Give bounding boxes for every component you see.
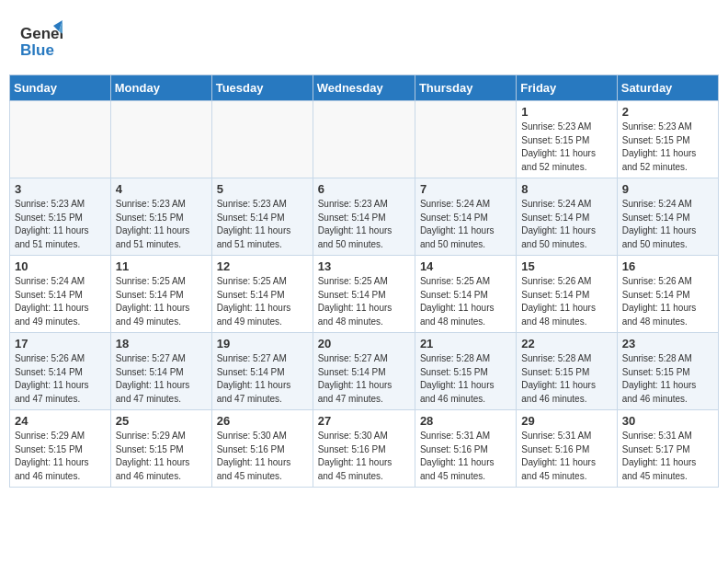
- day-number: 5: [217, 182, 308, 196]
- calendar-cell: 17Sunrise: 5:26 AM Sunset: 5:14 PM Dayli…: [10, 333, 111, 410]
- day-number: 20: [318, 337, 410, 350]
- day-info: Sunrise: 5:27 AM Sunset: 5:14 PM Dayligh…: [116, 352, 207, 406]
- day-number: 21: [420, 337, 511, 350]
- calendar-cell: 13Sunrise: 5:25 AM Sunset: 5:14 PM Dayli…: [313, 256, 415, 333]
- day-info: Sunrise: 5:29 AM Sunset: 5:15 PM Dayligh…: [15, 430, 106, 483]
- calendar-cell: 28Sunrise: 5:31 AM Sunset: 5:16 PM Dayli…: [415, 410, 516, 488]
- page-header: General Blue: [9, 9, 719, 67]
- calendar-cell: 21Sunrise: 5:28 AM Sunset: 5:15 PM Dayli…: [415, 333, 516, 410]
- calendar-cell: 20Sunrise: 5:27 AM Sunset: 5:14 PM Dayli…: [313, 333, 415, 410]
- day-info: Sunrise: 5:31 AM Sunset: 5:17 PM Dayligh…: [622, 430, 713, 483]
- day-info: Sunrise: 5:23 AM Sunset: 5:15 PM Dayligh…: [15, 198, 106, 251]
- logo: General Blue: [18, 18, 66, 63]
- calendar-cell: 3Sunrise: 5:23 AM Sunset: 5:15 PM Daylig…: [10, 178, 111, 256]
- calendar-cell: 9Sunrise: 5:24 AM Sunset: 5:14 PM Daylig…: [617, 178, 718, 256]
- day-info: Sunrise: 5:26 AM Sunset: 5:14 PM Dayligh…: [622, 275, 713, 328]
- weekday-header-row: SundayMondayTuesdayWednesdayThursdayFrid…: [10, 75, 719, 101]
- calendar-cell: 30Sunrise: 5:31 AM Sunset: 5:17 PM Dayli…: [617, 410, 718, 488]
- calendar-cell: 29Sunrise: 5:31 AM Sunset: 5:16 PM Dayli…: [517, 410, 617, 488]
- calendar-cell: 1Sunrise: 5:23 AM Sunset: 5:15 PM Daylig…: [517, 101, 617, 178]
- day-number: 26: [217, 414, 308, 428]
- day-number: 2: [622, 105, 713, 119]
- weekday-header-sunday: Sunday: [10, 75, 111, 101]
- day-number: 12: [217, 259, 308, 273]
- calendar-cell: 15Sunrise: 5:26 AM Sunset: 5:14 PM Dayli…: [517, 256, 617, 333]
- day-number: 10: [15, 259, 106, 273]
- day-info: Sunrise: 5:24 AM Sunset: 5:14 PM Dayligh…: [521, 198, 611, 251]
- week-row-4: 17Sunrise: 5:26 AM Sunset: 5:14 PM Dayli…: [10, 333, 719, 410]
- calendar-cell: 11Sunrise: 5:25 AM Sunset: 5:14 PM Dayli…: [110, 256, 211, 333]
- calendar-cell: [415, 101, 516, 178]
- day-number: 4: [116, 182, 207, 196]
- day-info: Sunrise: 5:30 AM Sunset: 5:16 PM Dayligh…: [217, 430, 308, 483]
- calendar-cell: 25Sunrise: 5:29 AM Sunset: 5:15 PM Dayli…: [110, 410, 211, 488]
- week-row-1: 1Sunrise: 5:23 AM Sunset: 5:15 PM Daylig…: [10, 101, 719, 178]
- day-number: 22: [521, 337, 611, 350]
- weekday-header-saturday: Saturday: [617, 75, 718, 101]
- day-info: Sunrise: 5:23 AM Sunset: 5:15 PM Dayligh…: [521, 121, 611, 174]
- day-info: Sunrise: 5:25 AM Sunset: 5:14 PM Dayligh…: [420, 275, 511, 328]
- calendar-cell: 27Sunrise: 5:30 AM Sunset: 5:16 PM Dayli…: [313, 410, 415, 488]
- day-info: Sunrise: 5:30 AM Sunset: 5:16 PM Dayligh…: [318, 430, 410, 483]
- weekday-header-thursday: Thursday: [415, 75, 516, 101]
- calendar-cell: 22Sunrise: 5:28 AM Sunset: 5:15 PM Dayli…: [517, 333, 617, 410]
- calendar-table: SundayMondayTuesdayWednesdayThursdayFrid…: [9, 75, 719, 488]
- day-info: Sunrise: 5:28 AM Sunset: 5:15 PM Dayligh…: [622, 352, 713, 406]
- calendar-cell: 4Sunrise: 5:23 AM Sunset: 5:15 PM Daylig…: [110, 178, 211, 256]
- calendar-cell: [10, 101, 111, 178]
- week-row-2: 3Sunrise: 5:23 AM Sunset: 5:15 PM Daylig…: [10, 178, 719, 256]
- day-info: Sunrise: 5:25 AM Sunset: 5:14 PM Dayligh…: [217, 275, 308, 328]
- day-number: 29: [521, 414, 611, 428]
- calendar-cell: 14Sunrise: 5:25 AM Sunset: 5:14 PM Dayli…: [415, 256, 516, 333]
- day-info: Sunrise: 5:24 AM Sunset: 5:14 PM Dayligh…: [420, 198, 511, 251]
- day-number: 1: [521, 105, 611, 119]
- calendar-cell: 16Sunrise: 5:26 AM Sunset: 5:14 PM Dayli…: [617, 256, 718, 333]
- calendar-cell: 2Sunrise: 5:23 AM Sunset: 5:15 PM Daylig…: [617, 101, 718, 178]
- day-number: 14: [420, 259, 511, 273]
- calendar-cell: 26Sunrise: 5:30 AM Sunset: 5:16 PM Dayli…: [211, 410, 313, 488]
- day-number: 7: [420, 182, 511, 196]
- calendar-cell: 10Sunrise: 5:24 AM Sunset: 5:14 PM Dayli…: [10, 256, 111, 333]
- day-number: 18: [116, 337, 207, 350]
- day-number: 25: [116, 414, 207, 428]
- day-number: 3: [15, 182, 106, 196]
- week-row-5: 24Sunrise: 5:29 AM Sunset: 5:15 PM Dayli…: [10, 410, 719, 488]
- calendar-cell: 7Sunrise: 5:24 AM Sunset: 5:14 PM Daylig…: [415, 178, 516, 256]
- day-info: Sunrise: 5:24 AM Sunset: 5:14 PM Dayligh…: [15, 275, 106, 328]
- day-info: Sunrise: 5:31 AM Sunset: 5:16 PM Dayligh…: [420, 430, 511, 483]
- day-number: 9: [622, 182, 713, 196]
- day-number: 15: [521, 259, 611, 273]
- day-info: Sunrise: 5:28 AM Sunset: 5:15 PM Dayligh…: [420, 352, 511, 406]
- day-info: Sunrise: 5:25 AM Sunset: 5:14 PM Dayligh…: [116, 275, 207, 328]
- calendar-cell: 6Sunrise: 5:23 AM Sunset: 5:14 PM Daylig…: [313, 178, 415, 256]
- calendar-cell: 12Sunrise: 5:25 AM Sunset: 5:14 PM Dayli…: [211, 256, 313, 333]
- calendar-cell: 18Sunrise: 5:27 AM Sunset: 5:14 PM Dayli…: [110, 333, 211, 410]
- calendar-cell: 23Sunrise: 5:28 AM Sunset: 5:15 PM Dayli…: [617, 333, 718, 410]
- day-info: Sunrise: 5:23 AM Sunset: 5:15 PM Dayligh…: [116, 198, 207, 251]
- day-info: Sunrise: 5:29 AM Sunset: 5:15 PM Dayligh…: [116, 430, 207, 483]
- day-number: 6: [318, 182, 410, 196]
- day-info: Sunrise: 5:23 AM Sunset: 5:14 PM Dayligh…: [318, 198, 410, 251]
- weekday-header-wednesday: Wednesday: [313, 75, 415, 101]
- day-info: Sunrise: 5:25 AM Sunset: 5:14 PM Dayligh…: [318, 275, 410, 328]
- day-info: Sunrise: 5:24 AM Sunset: 5:14 PM Dayligh…: [622, 198, 713, 251]
- day-info: Sunrise: 5:31 AM Sunset: 5:16 PM Dayligh…: [521, 430, 611, 483]
- calendar-cell: [313, 101, 415, 178]
- weekday-header-tuesday: Tuesday: [211, 75, 313, 101]
- day-number: 16: [622, 259, 713, 273]
- day-info: Sunrise: 5:28 AM Sunset: 5:15 PM Dayligh…: [521, 352, 611, 406]
- day-number: 13: [318, 259, 410, 273]
- day-number: 28: [420, 414, 511, 428]
- day-info: Sunrise: 5:27 AM Sunset: 5:14 PM Dayligh…: [318, 352, 410, 406]
- calendar-cell: 19Sunrise: 5:27 AM Sunset: 5:14 PM Dayli…: [211, 333, 313, 410]
- day-number: 11: [116, 259, 207, 273]
- calendar-cell: 24Sunrise: 5:29 AM Sunset: 5:15 PM Dayli…: [10, 410, 111, 488]
- weekday-header-monday: Monday: [110, 75, 211, 101]
- day-info: Sunrise: 5:23 AM Sunset: 5:15 PM Dayligh…: [622, 121, 713, 174]
- week-row-3: 10Sunrise: 5:24 AM Sunset: 5:14 PM Dayli…: [10, 256, 719, 333]
- day-number: 24: [15, 414, 106, 428]
- day-number: 8: [521, 182, 611, 196]
- day-number: 27: [318, 414, 410, 428]
- day-number: 17: [15, 337, 106, 350]
- weekday-header-friday: Friday: [517, 75, 617, 101]
